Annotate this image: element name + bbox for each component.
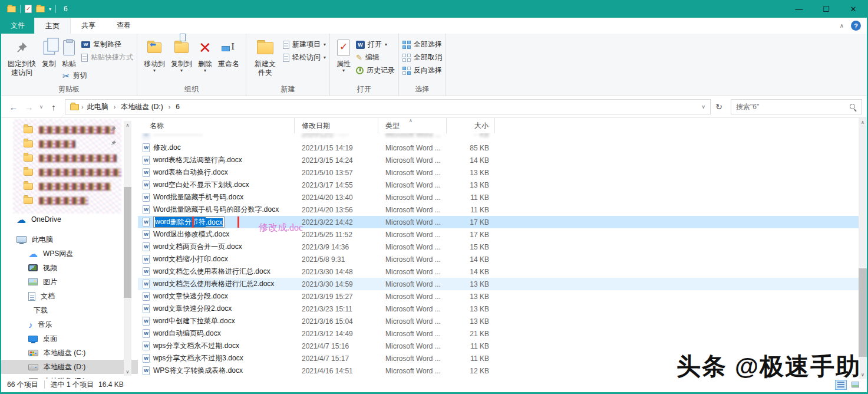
- cut-button[interactable]: ✂ 剪切: [62, 71, 87, 81]
- address-bar[interactable]: › 此电脑本地磁盘 (D:)6 ∨: [65, 99, 711, 114]
- scroll-down-icon[interactable]: ∨: [124, 367, 131, 376]
- move-to-button[interactable]: ⬅ 移动到 ▾: [141, 35, 168, 75]
- sidebar-item[interactable]: 本地磁盘 (E:): [1, 374, 138, 379]
- address-dropdown-icon[interactable]: ∨: [701, 104, 708, 110]
- rename-row[interactable]: word删除分节符.docx 2021/3/22 14:42 Microsoft…: [138, 216, 867, 228]
- folder-icon[interactable]: [7, 6, 16, 12]
- table-row[interactable]: word文档怎么使用表格进行汇总.docx 2021/3/30 14:48 Mi…: [138, 265, 867, 278]
- tab-file[interactable]: 文件: [1, 18, 34, 34]
- edit-button[interactable]: ✎ 编辑: [356, 52, 395, 63]
- properties-icon[interactable]: [25, 5, 32, 13]
- table-row[interactable]: 修改.doc 2021/1/15 14:19 Microsoft Word ..…: [138, 142, 867, 154]
- open-button[interactable]: W 打开▾: [356, 40, 395, 50]
- column-header-size[interactable]: 大小: [447, 118, 495, 133]
- sidebar-item-pinned-folder[interactable]: [1, 123, 138, 137]
- table-row[interactable]: word文档缩小打印.docx 2021/5/8 9:31 Microsoft …: [138, 253, 867, 265]
- table-row[interactable]: word文档两页合并一页.docx 2021/3/9 14:36 Microso…: [138, 241, 867, 253]
- table-row[interactable]: Word批量隐藏手机号码的部分数字.docx 2021/4/20 13:56 M…: [138, 203, 867, 216]
- breadcrumb-item[interactable]: 此电脑: [87, 102, 121, 112]
- new-item-button[interactable]: 新建项目▾: [283, 40, 326, 50]
- pin-to-quick-access-button[interactable]: 固定到快速访问: [5, 35, 39, 79]
- new-folder-button[interactable]: 新建文件夹: [250, 35, 280, 79]
- maximize-button[interactable]: ☐: [813, 0, 840, 18]
- select-all-button[interactable]: 全部选择: [402, 40, 442, 50]
- group-new: 新建文件夹 新建项目▾ 轻松访问▾ 新建: [246, 34, 330, 96]
- minimize-button[interactable]: —: [786, 0, 813, 18]
- sidebar-item[interactable]: 本地磁盘 (C:): [1, 346, 138, 360]
- sidebar-item[interactable]: 文档: [1, 289, 138, 303]
- file-list-scrollbar[interactable]: ∧ ∨: [859, 118, 867, 379]
- sidebar-item-pinned-folder[interactable]: [1, 151, 138, 165]
- properties-button[interactable]: 属性 ▾: [334, 35, 354, 75]
- table-row[interactable]: ····················· 2020/12/2· ··:·· M…: [138, 133, 867, 142]
- sidebar-item[interactable]: 桌面: [1, 331, 138, 346]
- file-type: Microsoft Word ...: [378, 133, 447, 139]
- word-file-icon: [143, 156, 150, 165]
- copy-path-button[interactable]: W 复制路径: [81, 40, 133, 50]
- forward-button[interactable]: →: [21, 102, 37, 112]
- tab-view[interactable]: 查看: [106, 18, 141, 34]
- easy-access-button[interactable]: 轻松访问▾: [283, 52, 326, 63]
- sidebar-item[interactable]: 图片: [1, 275, 138, 289]
- delete-button[interactable]: ✕ 删除 ▾: [195, 35, 215, 75]
- up-button[interactable]: ↑: [46, 102, 61, 112]
- table-row[interactable]: word自动编页码.docx 2021/3/12 14:49 Microsoft…: [138, 327, 867, 340]
- rename-button[interactable]: 重命名: [215, 35, 242, 70]
- tab-share[interactable]: 共享: [71, 18, 106, 34]
- sidebar-scrollbar[interactable]: ∧ ∨: [124, 121, 131, 376]
- sidebar-item-icon: [28, 264, 38, 271]
- breadcrumb-item[interactable]: 6: [176, 103, 190, 111]
- scrollbar-thumb[interactable]: [124, 187, 131, 298]
- paste-button[interactable]: 粘贴: [59, 35, 79, 70]
- column-header-name[interactable]: 名称: [138, 118, 295, 133]
- scrollbar-thumb[interactable]: [859, 268, 867, 357]
- recent-locations-icon[interactable]: ∨: [37, 104, 46, 110]
- help-icon[interactable]: ?: [851, 21, 861, 31]
- sidebar-item[interactable]: WPS网盘: [1, 247, 138, 261]
- sidebar-item[interactable]: 视频: [1, 261, 138, 275]
- table-row[interactable]: word文章快速分段.docx 2021/3/19 15:27 Microsof…: [138, 290, 867, 303]
- copy-to-button[interactable]: 复制到 ▾: [168, 35, 195, 75]
- back-button[interactable]: ←: [6, 102, 21, 112]
- scroll-up-icon[interactable]: ∧: [124, 121, 131, 129]
- new-folder-icon[interactable]: [36, 6, 45, 12]
- sidebar-item-pinned-folder[interactable]: [1, 165, 138, 179]
- sidebar-item-pinned-folder[interactable]: [1, 193, 138, 208]
- sidebar-item-this-pc[interactable]: 此电脑: [1, 232, 138, 247]
- table-row[interactable]: word表格自动换行.docx 2021/5/10 13:57 Microsof…: [138, 166, 867, 179]
- word-file-icon: [143, 230, 150, 239]
- sidebar-item[interactable]: 音乐: [1, 317, 138, 331]
- collapse-ribbon-icon[interactable]: ∧: [840, 22, 844, 29]
- sidebar-item-onedrive[interactable]: OneDrive: [1, 212, 138, 226]
- sidebar-item[interactable]: 本地磁盘 (D:): [1, 360, 138, 374]
- table-row[interactable]: word中创建下拉菜单.docx 2021/3/16 15:04 Microso…: [138, 315, 867, 327]
- history-button[interactable]: 历史记录: [356, 65, 395, 75]
- table-row[interactable]: Word批量隐藏手机号码.docx 2021/4/20 13:40 Micros…: [138, 191, 867, 203]
- scroll-up-icon[interactable]: ∧: [859, 118, 867, 126]
- sidebar-item[interactable]: 下载: [1, 303, 138, 317]
- table-row[interactable]: word表格无法调整行高.docx 2021/3/15 14:24 Micros…: [138, 154, 867, 166]
- file-type: Microsoft Word ...: [378, 144, 447, 152]
- sidebar-item-pinned-folder[interactable]: [1, 179, 138, 193]
- file-type: Microsoft Word ...: [378, 305, 447, 313]
- select-none-button[interactable]: 全部取消: [402, 52, 442, 63]
- close-button[interactable]: ✕: [840, 0, 867, 18]
- table-row[interactable]: Word退出修改模式.docx 2021/5/25 11:52 Microsof…: [138, 228, 867, 241]
- breadcrumb-item[interactable]: 本地磁盘 (D:): [121, 102, 176, 112]
- table-row[interactable]: word空白处不显示下划线.docx 2021/3/17 14:55 Micro…: [138, 179, 867, 191]
- file-size: 17 KB: [447, 218, 495, 226]
- refresh-icon[interactable]: ↻: [711, 102, 727, 111]
- table-row[interactable]: word文档怎么使用表格进行汇总2.docx 2021/3/30 14:59 M…: [138, 278, 867, 290]
- copy-button[interactable]: 复制: [39, 35, 59, 70]
- sidebar-item-pinned-folder[interactable]: [1, 137, 138, 151]
- this-pc-children: WPS网盘 视频 图片 文档: [1, 247, 138, 379]
- tab-home[interactable]: 主页: [34, 18, 71, 34]
- qat-dropdown-icon[interactable]: ▾: [49, 6, 51, 12]
- search-input[interactable]: [736, 103, 849, 111]
- paste-shortcut-button[interactable]: 粘贴快捷方式: [81, 52, 133, 63]
- invert-selection-button[interactable]: 反向选择: [402, 65, 442, 75]
- column-header-date[interactable]: 修改日期: [295, 118, 378, 133]
- column-header-type[interactable]: ∧ 类型: [378, 118, 447, 133]
- table-row[interactable]: word文章快速分段2.docx 2021/3/23 15:11 Microso…: [138, 303, 867, 315]
- search-box[interactable]: [731, 99, 862, 114]
